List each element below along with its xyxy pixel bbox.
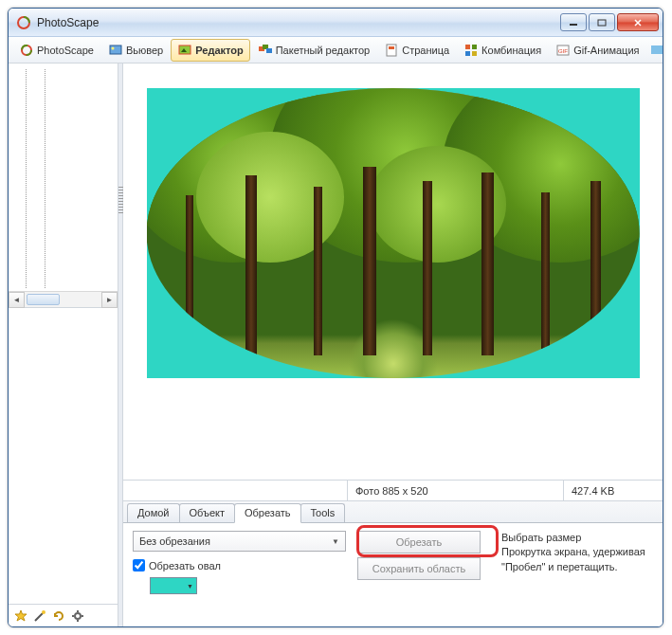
info-bar: Фото 885 x 520 427.4 KB <box>123 480 663 500</box>
subtab-tools[interactable]: Tools <box>300 503 346 522</box>
svg-rect-13 <box>465 45 470 49</box>
titlebar: PhotoScape <box>9 9 663 37</box>
editor-icon <box>177 43 192 58</box>
scroll-track[interactable] <box>25 292 101 307</box>
image-canvas[interactable] <box>147 88 640 378</box>
sidebar-actions <box>9 604 118 626</box>
svg-rect-16 <box>472 51 477 56</box>
svg-rect-5 <box>110 45 121 54</box>
forest-image <box>147 88 640 378</box>
page-icon <box>384 43 399 58</box>
oval-crop-label: Обрезать овал <box>149 560 221 572</box>
svg-rect-10 <box>266 48 272 53</box>
window-title: PhotoScape <box>37 16 560 29</box>
crop-options-col: Без обрезания ▼ Обрезать овал ▼ <box>133 531 346 619</box>
svg-rect-12 <box>389 46 394 49</box>
svg-rect-19 <box>651 45 663 54</box>
combine-icon <box>463 43 479 58</box>
main-toolbar: PhotoScape Вьювер Редактор Пакетный реда… <box>9 37 663 64</box>
gif-icon: GIF <box>555 43 571 58</box>
minimize-icon <box>569 19 578 27</box>
crop-hint: Выбрать размер Прокрутка экрана, удержив… <box>501 531 653 619</box>
tab-photoscape[interactable]: PhotoScape <box>12 39 100 62</box>
maximize-icon <box>597 19 607 27</box>
tab-viewer[interactable]: Вьювер <box>101 39 170 62</box>
more-icon <box>649 43 663 58</box>
canvas-wrap <box>123 64 663 480</box>
svg-rect-14 <box>472 45 477 49</box>
svg-point-20 <box>42 610 45 614</box>
editor-subtabs: Домой Объект Обрезать Tools <box>123 500 663 522</box>
scroll-left-icon[interactable]: ◄ <box>9 292 25 308</box>
oval-crop-row[interactable]: Обрезать овал <box>133 559 346 572</box>
tab-editor[interactable]: Редактор <box>171 39 249 62</box>
svg-rect-11 <box>387 45 396 56</box>
crop-color-picker[interactable]: ▼ <box>150 577 197 594</box>
crop-actions-col: Обрезать Сохранить область <box>357 531 490 619</box>
window-controls <box>560 13 659 31</box>
svg-rect-15 <box>465 51 470 56</box>
refresh-icon[interactable] <box>52 609 65 623</box>
tab-batch[interactable]: Пакетный редактор <box>251 39 377 62</box>
tab-page[interactable]: Страница <box>377 39 456 62</box>
crop-button[interactable]: Обрезать <box>357 531 481 553</box>
subtab-object[interactable]: Объект <box>179 503 235 522</box>
scroll-right-icon[interactable]: ► <box>101 292 118 308</box>
wand-icon[interactable] <box>33 609 46 623</box>
save-region-button[interactable]: Сохранить область <box>357 557 481 580</box>
minimize-button[interactable] <box>560 13 587 31</box>
crop-panel: Без обрезания ▼ Обрезать овал ▼ Обрезать <box>123 522 663 626</box>
sidebar: ◄ ► <box>9 64 118 626</box>
svg-point-21 <box>75 613 81 619</box>
gear-icon[interactable] <box>71 609 84 623</box>
subtab-crop[interactable]: Обрезать <box>234 503 301 523</box>
viewer-icon <box>108 43 123 58</box>
subtab-home[interactable]: Домой <box>127 503 180 522</box>
editor-area: Фото 885 x 520 427.4 KB Домой Объект Обр… <box>123 64 663 626</box>
oval-crop-preview <box>147 88 640 378</box>
app-icon <box>16 15 31 30</box>
tree-scrollbar[interactable]: ◄ ► <box>9 291 118 307</box>
thumbnail-pane[interactable] <box>9 308 118 604</box>
dropdown-arrow-icon: ▼ <box>332 537 339 546</box>
crop-mode-value: Без обрезания <box>139 535 210 547</box>
crop-mode-dropdown[interactable]: Без обрезания ▼ <box>133 531 346 552</box>
svg-text:GIF: GIF <box>558 48 568 54</box>
star-icon[interactable] <box>14 609 27 623</box>
svg-rect-2 <box>598 20 606 26</box>
tab-more[interactable] <box>646 39 663 62</box>
svg-rect-1 <box>570 24 577 26</box>
maximize-button[interactable] <box>589 13 615 31</box>
info-cell-blank <box>123 481 347 500</box>
batch-icon <box>258 43 273 58</box>
close-button[interactable] <box>617 13 659 31</box>
photoscape-icon <box>19 43 34 58</box>
tab-gif[interactable]: GIF Gif-Анимация <box>549 39 645 62</box>
work-area: ◄ ► <box>9 64 663 626</box>
file-size: 427.4 KB <box>563 481 663 500</box>
color-dropdown-arrow-icon: ▼ <box>187 583 193 590</box>
photo-dimensions: Фото 885 x 520 <box>347 481 563 500</box>
oval-crop-checkbox[interactable] <box>133 559 145 572</box>
app-window: PhotoScape PhotoScape Вьювер Редактор <box>8 8 663 627</box>
close-icon <box>633 19 643 27</box>
svg-point-6 <box>111 46 114 49</box>
tab-combine[interactable]: Комбинация <box>457 39 548 62</box>
scroll-thumb[interactable] <box>27 294 60 305</box>
folder-tree[interactable]: ◄ ► <box>9 64 118 308</box>
